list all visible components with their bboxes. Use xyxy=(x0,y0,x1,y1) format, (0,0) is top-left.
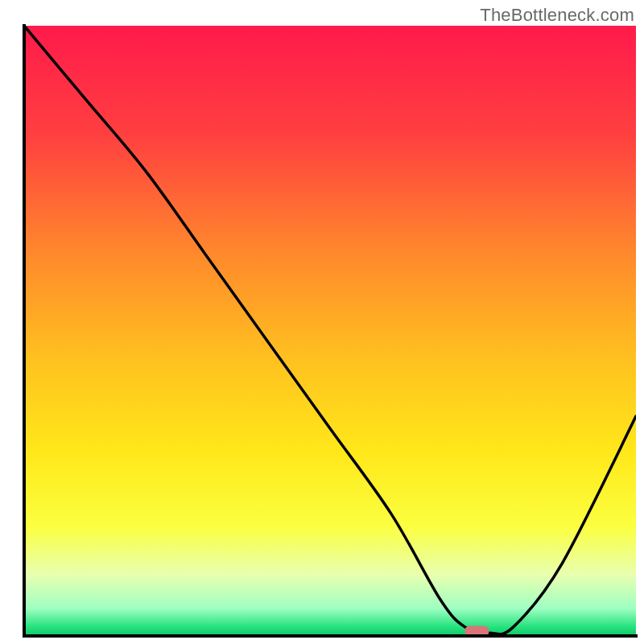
watermark-text: TheBottleneck.com xyxy=(480,5,634,26)
bottleneck-chart xyxy=(0,0,644,644)
gradient-fill xyxy=(24,26,636,636)
